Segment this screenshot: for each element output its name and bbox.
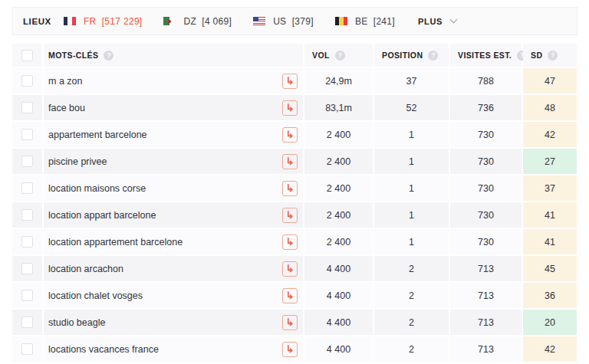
keyword-cell: location chalet vosges ↳ <box>44 283 303 308</box>
row-checkbox-cell <box>12 149 42 174</box>
header-checkbox-cell <box>12 44 42 67</box>
column-header-keywords-label: MOTS-CLÉS <box>48 51 98 60</box>
row-checkbox[interactable] <box>21 343 33 355</box>
row-checkbox[interactable] <box>21 129 33 140</box>
row-checkbox[interactable] <box>21 102 33 113</box>
row-checkbox[interactable] <box>21 263 33 274</box>
location-filter-label: US [379] <box>273 16 314 27</box>
locations-bar: LIEUX FR [517 229] DZ [4 069] US [379] B… <box>12 7 577 35</box>
subdirectory-arrow-icon: ↳ <box>286 317 294 327</box>
keyword-label: studio beagle <box>48 317 105 328</box>
keyword-label: location appartement barcelone <box>48 237 183 248</box>
open-keyword-button[interactable]: ↳ <box>282 261 298 277</box>
visites-cell: 713 <box>450 336 522 362</box>
column-header-keywords: MOTS-CLÉS ? <box>44 44 303 67</box>
open-keyword-button[interactable]: ↳ <box>282 208 298 223</box>
vol-cell: 4 400 <box>304 336 373 362</box>
locations-bar-title: LIEUX <box>23 17 51 26</box>
open-keyword-button[interactable]: ↳ <box>282 127 298 143</box>
open-keyword-button[interactable]: ↳ <box>282 100 298 116</box>
keyword-cell: location appart barcelone ↳ <box>44 202 303 228</box>
sd-cell: 20 <box>523 310 577 335</box>
chevron-down-icon <box>450 16 458 24</box>
vol-cell: 2 400 <box>304 122 373 147</box>
vol-cell: 4 400 <box>304 256 373 281</box>
subdirectory-arrow-icon: ↳ <box>286 156 294 166</box>
visites-cell: 730 <box>450 175 522 201</box>
location-filter-dz[interactable]: DZ [4 069] <box>163 16 232 27</box>
position-cell: 2 <box>374 336 449 362</box>
open-keyword-button[interactable]: ↳ <box>282 154 298 169</box>
column-header-vol: VOL ? <box>304 44 373 67</box>
select-all-checkbox[interactable] <box>21 50 33 61</box>
keyword-label: piscine privee <box>48 156 107 167</box>
keyword-cell: location appartement barcelone ↳ <box>44 229 303 254</box>
page: LIEUX FR [517 229] DZ [4 069] US [379] B… <box>0 0 589 362</box>
subdirectory-arrow-icon: ↳ <box>286 183 294 193</box>
column-header-position-label: POSITION <box>382 51 423 60</box>
sd-cell: 47 <box>523 68 577 93</box>
vol-cell: 2 400 <box>304 202 373 228</box>
help-icon[interactable]: ? <box>335 51 345 61</box>
row-checkbox-cell <box>12 95 42 120</box>
subdirectory-arrow-icon: ↳ <box>286 210 294 220</box>
row-checkbox-cell <box>12 310 42 335</box>
subdirectory-arrow-icon: ↳ <box>286 237 294 247</box>
sd-cell: 48 <box>523 95 577 120</box>
sd-cell: 41 <box>523 202 577 228</box>
keyword-cell: location maisons corse ↳ <box>44 175 303 201</box>
position-cell: 1 <box>374 149 449 174</box>
visites-cell: 713 <box>450 310 522 335</box>
column-header-vol-label: VOL <box>312 51 330 60</box>
location-filter-label: DZ [4 069] <box>183 16 232 27</box>
dz-flag-icon <box>163 17 176 25</box>
keyword-label: location chalet vosges <box>48 290 143 301</box>
more-locations-button[interactable]: PLUS <box>418 17 456 26</box>
keyword-cell: appartement barcelone ↳ <box>44 122 303 147</box>
sd-cell: 27 <box>523 149 577 174</box>
location-filter-us[interactable]: US [379] <box>253 16 314 27</box>
column-header-sd: SD ? <box>523 44 577 67</box>
visites-cell: 713 <box>450 256 522 281</box>
help-icon[interactable]: ? <box>428 51 438 61</box>
sd-cell: 42 <box>523 122 577 147</box>
subdirectory-arrow-icon: ↳ <box>286 76 294 86</box>
vol-cell: 2 400 <box>304 229 373 254</box>
row-checkbox[interactable] <box>21 290 33 301</box>
row-checkbox[interactable] <box>21 209 33 221</box>
subdirectory-arrow-icon: ↳ <box>286 290 294 300</box>
keyword-cell: location arcachon ↳ <box>44 256 303 281</box>
help-icon[interactable]: ? <box>548 51 558 61</box>
visites-cell: 788 <box>450 68 522 93</box>
row-checkbox-cell <box>12 175 42 201</box>
help-icon[interactable]: ? <box>104 51 114 61</box>
row-checkbox-cell <box>12 283 42 308</box>
us-flag-icon <box>253 17 265 25</box>
open-keyword-button[interactable]: ↳ <box>282 181 298 196</box>
open-keyword-button[interactable]: ↳ <box>282 74 298 89</box>
open-keyword-button[interactable]: ↳ <box>282 315 298 330</box>
keyword-cell: locations vacances france ↳ <box>44 336 303 362</box>
open-keyword-button[interactable]: ↳ <box>282 342 298 357</box>
sd-cell: 45 <box>523 256 577 281</box>
position-cell: 2 <box>374 310 449 335</box>
row-checkbox[interactable] <box>21 236 33 248</box>
open-keyword-button[interactable]: ↳ <box>282 288 298 303</box>
vol-cell: 83,1m <box>304 95 373 120</box>
row-checkbox[interactable] <box>21 182 33 194</box>
column-header-position: POSITION ? <box>374 44 449 67</box>
row-checkbox[interactable] <box>21 316 33 328</box>
row-checkbox-cell <box>12 122 42 147</box>
location-filter-fr[interactable]: FR [517 229] <box>64 16 143 27</box>
subdirectory-arrow-icon: ↳ <box>286 103 294 113</box>
location-filter-be[interactable]: BE [241] <box>335 16 395 27</box>
row-checkbox-cell <box>12 229 42 254</box>
keyword-cell: face bou ↳ <box>44 95 303 120</box>
open-keyword-button[interactable]: ↳ <box>282 234 298 250</box>
row-checkbox[interactable] <box>21 75 33 87</box>
visites-cell: 730 <box>450 122 522 147</box>
keyword-label: location appart barcelone <box>48 210 156 221</box>
keyword-cell: studio beagle ↳ <box>44 310 303 335</box>
row-checkbox[interactable] <box>21 156 33 167</box>
keyword-cell: piscine privee ↳ <box>44 149 303 174</box>
